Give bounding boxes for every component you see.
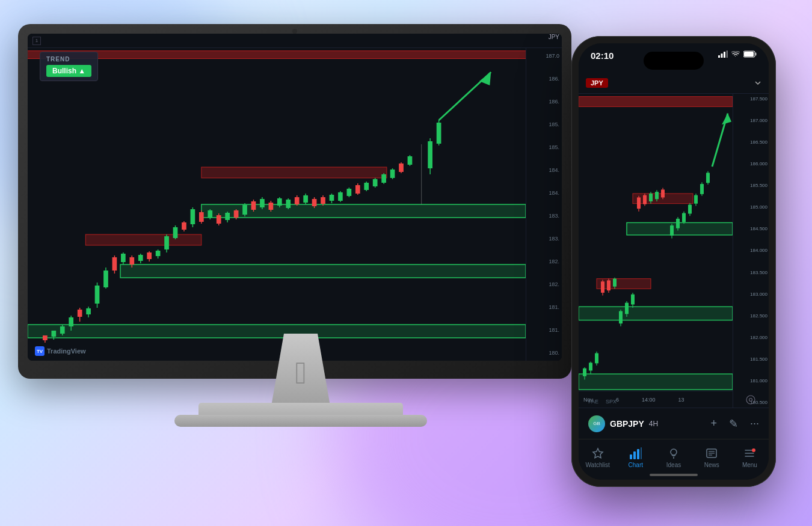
tv-icon: TV <box>35 346 45 356</box>
svg-rect-48 <box>225 213 230 220</box>
spy-label: SPX <box>606 399 617 405</box>
price-tick-7: 184. <box>529 190 559 196</box>
ideas-label: Ideas <box>666 462 681 468</box>
svg-rect-12 <box>69 317 73 326</box>
svg-rect-50 <box>234 210 239 218</box>
svg-rect-130 <box>637 197 641 209</box>
phone-chart-header: JPY <box>579 72 769 94</box>
svg-rect-150 <box>700 184 704 194</box>
svg-rect-78 <box>355 185 360 194</box>
phone-outer: 02:10 <box>571 36 776 487</box>
phone-tick-2: 187.000 <box>734 118 767 123</box>
svg-rect-1 <box>120 265 526 278</box>
phone-tick-14: 181.000 <box>734 378 767 384</box>
phone-time: 02:10 <box>591 50 614 61</box>
svg-rect-86 <box>390 170 395 178</box>
watchlist-icon <box>591 446 605 460</box>
tradingview-logo: TV TradingView <box>35 346 86 356</box>
signal-icon <box>718 50 728 58</box>
chart-header: 1 JPY <box>28 34 562 48</box>
price-tick-13: 181. <box>529 327 559 333</box>
price-tick-14: 180. <box>529 350 559 356</box>
phone-tick-5: 185.500 <box>734 183 767 188</box>
svg-rect-2 <box>201 204 526 218</box>
svg-rect-124 <box>619 311 623 324</box>
chart-indicator: 1 <box>32 37 41 45</box>
wifi-icon <box>731 51 740 57</box>
symbol-secondary-labels: FAE SPX <box>588 396 759 408</box>
svg-rect-159 <box>637 449 639 459</box>
svg-rect-132 <box>643 195 647 204</box>
svg-rect-138 <box>661 189 665 197</box>
svg-rect-32 <box>156 251 161 256</box>
apple-logo:  <box>295 355 307 391</box>
svg-rect-26 <box>129 257 134 265</box>
svg-rect-44 <box>208 210 212 218</box>
phone-tick-8: 184.000 <box>734 248 767 253</box>
tradingview-text: TradingView <box>47 347 86 355</box>
svg-rect-14 <box>78 310 82 317</box>
svg-rect-40 <box>191 209 195 224</box>
svg-rect-64 <box>295 197 300 204</box>
svg-rect-34 <box>164 236 169 249</box>
symbol-icon: GB <box>588 415 605 432</box>
price-tick-6: 184. <box>529 167 559 173</box>
price-tick-4: 185. <box>529 121 559 127</box>
svg-rect-52 <box>242 205 247 215</box>
more-button[interactable]: ··· <box>750 417 759 430</box>
svg-rect-146 <box>688 205 692 214</box>
trend-arrow <box>439 72 491 120</box>
nav-chart[interactable]: Chart <box>617 446 654 468</box>
svg-rect-4 <box>201 167 387 178</box>
svg-rect-122 <box>613 279 617 287</box>
phone-tick-10: 183.000 <box>734 292 767 297</box>
svg-rect-103 <box>744 52 754 57</box>
price-tick-9: 183. <box>529 236 559 242</box>
svg-rect-126 <box>625 303 629 314</box>
svg-rect-42 <box>199 212 204 222</box>
svg-rect-0 <box>28 325 526 338</box>
svg-rect-36 <box>173 227 178 238</box>
dynamic-island <box>644 52 704 70</box>
svg-rect-80 <box>364 183 369 190</box>
ideas-icon <box>666 446 681 460</box>
svg-rect-28 <box>138 255 143 261</box>
svg-rect-74 <box>338 192 343 201</box>
phone-screen: 02:10 <box>579 43 769 480</box>
phone-tick-7: 184.500 <box>734 226 767 231</box>
timeframe-label: 4H <box>649 420 658 428</box>
phone-tick-11: 182.500 <box>734 313 767 319</box>
svg-rect-142 <box>676 219 680 228</box>
phone-tick-12: 182.000 <box>734 335 767 340</box>
price-tick-11: 182. <box>529 281 559 287</box>
svg-rect-54 <box>251 201 256 210</box>
status-icons <box>718 50 757 58</box>
svg-rect-24 <box>121 254 126 262</box>
svg-rect-58 <box>269 203 274 210</box>
nav-news[interactable]: News <box>693 446 731 468</box>
watchlist-label: Watchlist <box>586 462 610 468</box>
phone-tick-3: 186.500 <box>734 139 767 145</box>
nav-menu[interactable]: Menu <box>731 446 769 468</box>
symbol-info: GB GBPJPY 4H <box>588 415 658 432</box>
add-button[interactable]: + <box>710 417 717 430</box>
svg-rect-30 <box>147 252 152 259</box>
svg-rect-134 <box>649 194 653 201</box>
phone-tick-4: 186.000 <box>734 161 767 167</box>
svg-rect-6 <box>43 335 48 340</box>
candlestick-svg <box>28 48 526 361</box>
phone-tick-6: 185.000 <box>734 204 767 210</box>
imac-screen-outer: 1 JPY TREND Bullish ▲ 187.0 186. 186. 18… <box>18 24 571 379</box>
jpy-badge: JPY <box>586 78 608 88</box>
phone-chart-area: JPY 187.500 187.000 186.500 186.000 185.… <box>579 72 769 408</box>
svg-rect-101 <box>727 50 728 58</box>
svg-rect-152 <box>706 173 710 183</box>
svg-rect-99 <box>721 54 723 58</box>
svg-point-170 <box>752 448 755 452</box>
svg-rect-90 <box>408 156 413 165</box>
nav-watchlist[interactable]: Watchlist <box>579 446 617 468</box>
nav-ideas[interactable]: Ideas <box>654 446 692 468</box>
price-tick-5: 185. <box>529 144 559 150</box>
phone-price-scale: 187.500 187.000 186.500 186.000 185.500 … <box>733 94 769 408</box>
pen-button[interactable]: ✎ <box>729 417 738 430</box>
